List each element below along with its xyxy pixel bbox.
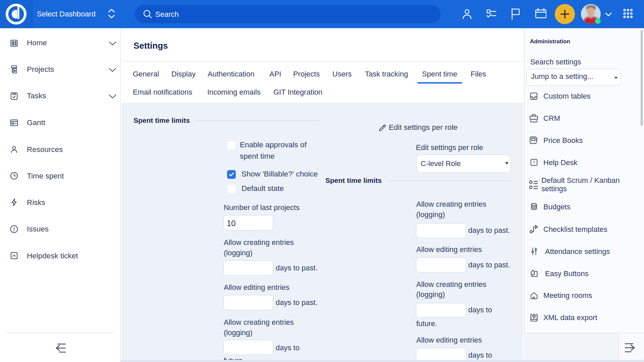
svg-text:?: ?: [533, 160, 535, 165]
